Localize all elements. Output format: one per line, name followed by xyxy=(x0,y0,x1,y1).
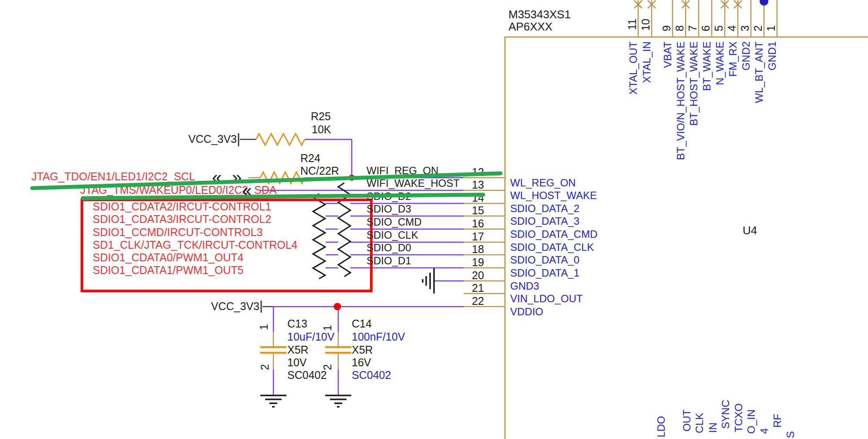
annotation-green-line-1 xyxy=(83,195,483,198)
annotation-green-lines-layer xyxy=(0,0,868,439)
annotation-green-line-0 xyxy=(32,173,501,188)
schematic-canvas: M35343XS1 AP6XXX U4 VCC_3V3 VCC_3V3 R25 … xyxy=(0,0,868,439)
